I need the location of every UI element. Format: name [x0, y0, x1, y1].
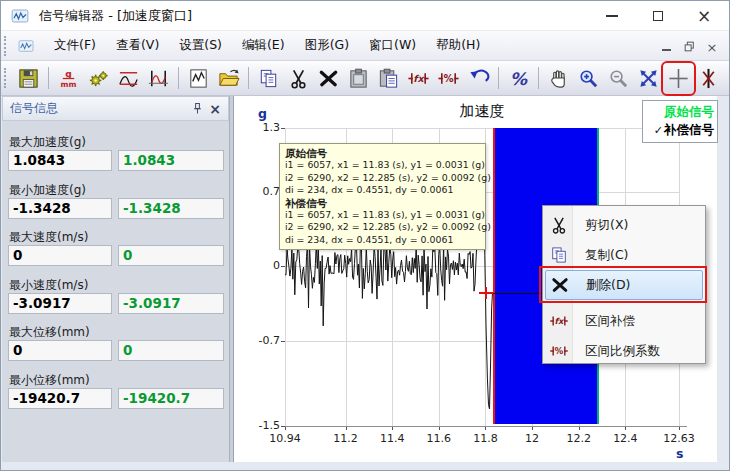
- toolbar-button-signal-chart[interactable]: [185, 65, 212, 92]
- mdi-controls: ×: [659, 31, 719, 61]
- field-value-compensated[interactable]: 0: [118, 245, 224, 266]
- curve-compensate-icon: [117, 67, 140, 90]
- toolbar-button-open[interactable]: [215, 65, 242, 92]
- field-value-original[interactable]: 0: [8, 340, 112, 361]
- context-menu-item-剪切[interactable]: 剪切(X): [545, 210, 703, 240]
- field-label: 最大位移(mm): [9, 324, 90, 341]
- maximize-button[interactable]: [635, 1, 681, 31]
- cut-icon: [549, 215, 569, 235]
- field-value-original[interactable]: -3.0917: [8, 293, 112, 314]
- toolbar-separator: [248, 67, 249, 89]
- toolbar-button-cut[interactable]: [285, 65, 312, 92]
- menu-查看[interactable]: 查看(V): [106, 32, 169, 59]
- toolbar-button-unit-g-mm[interactable]: [55, 65, 82, 92]
- undo-icon: [467, 67, 490, 90]
- context-menu-label: 剪切(X): [585, 217, 628, 234]
- field-value-compensated[interactable]: -19420.7: [118, 388, 224, 409]
- toolbar-button-peak-marker[interactable]: [695, 65, 722, 92]
- menus: 文件(F)查看(V)设置(S)编辑(E)图形(G)窗口(W)帮助(H): [44, 32, 490, 59]
- field-value-original[interactable]: 0: [8, 245, 112, 266]
- menubar-grip[interactable]: [4, 36, 9, 56]
- toolbar-button-interval-scale[interactable]: [435, 65, 462, 92]
- toolbar-button-save[interactable]: [15, 65, 42, 92]
- legend-entry-original[interactable]: 原始信号: [646, 103, 714, 121]
- crosshair-icon: [667, 67, 690, 90]
- context-menu-label: 删除(D): [586, 277, 630, 294]
- interval-percent-icon: [549, 341, 569, 361]
- field-value-original[interactable]: 1.0843: [8, 150, 112, 171]
- context-menu-item-区间比例系数[interactable]: 区间比例系数: [545, 336, 703, 366]
- menu-帮助[interactable]: 帮助(H): [426, 32, 490, 59]
- zoom-out-icon: [607, 67, 630, 90]
- field-value-compensated[interactable]: -1.3428: [118, 198, 224, 219]
- menu-窗口[interactable]: 窗口(W): [359, 32, 426, 59]
- gears-icon: [87, 67, 110, 90]
- delete-icon: [317, 67, 340, 90]
- field-label: 最小位移(mm): [9, 372, 90, 389]
- toolbar-button-interval-compensate[interactable]: [405, 65, 432, 92]
- minimize-button[interactable]: [589, 1, 635, 31]
- menu-编辑[interactable]: 编辑(E): [232, 32, 295, 59]
- toolbar-button-undo[interactable]: [465, 65, 492, 92]
- mdi-restore-button[interactable]: [682, 39, 696, 53]
- interval-fx-icon: [407, 67, 430, 90]
- field-label: 最小速度(m/s): [9, 277, 88, 294]
- toolbar-button-delete[interactable]: [315, 65, 342, 92]
- context-menu-item-区间补偿[interactable]: 区间补偿: [545, 306, 703, 336]
- hand-icon: [547, 67, 570, 90]
- close-button[interactable]: ×: [681, 1, 727, 31]
- open-folder-icon: [217, 67, 240, 90]
- mdi-close-button[interactable]: ×: [705, 39, 719, 53]
- toolbar-button-zoom-out[interactable]: [605, 65, 632, 92]
- app-icon: [9, 7, 31, 25]
- field-label: 最大加速度(g): [9, 134, 86, 151]
- mdi-close-icon: ×: [707, 42, 718, 53]
- window-title: 信号编辑器 - [加速度窗口]: [39, 7, 192, 25]
- context-menu-label: 区间比例系数: [585, 343, 660, 360]
- signal-info-title: 信号信息: [10, 100, 188, 117]
- field-value-compensated[interactable]: 0: [118, 340, 224, 361]
- field-value-original[interactable]: -1.3428: [8, 198, 112, 219]
- cursor-crosshair-red-vertical: [485, 287, 487, 299]
- toolbar-grip[interactable]: [4, 68, 9, 88]
- maximize-icon: [653, 11, 663, 21]
- close-icon: ×: [697, 6, 711, 26]
- toolbar-button-curve-window[interactable]: [145, 65, 172, 92]
- panel-close-button[interactable]: ×: [206, 100, 224, 118]
- toolbar-button-curve-compensate[interactable]: [115, 65, 142, 92]
- copy-icon: [549, 245, 569, 265]
- field-value-original[interactable]: -19420.7: [8, 388, 112, 409]
- menu-图形[interactable]: 图形(G): [295, 32, 359, 59]
- tooltip-line: i2 = 6290, x2 = 12.285 (s), y2 = 0.0092 …: [285, 221, 480, 233]
- menu-bar: 文件(F)查看(V)设置(S)编辑(E)图形(G)窗口(W)帮助(H) ×: [1, 31, 729, 61]
- context-menu-item-删除[interactable]: 删除(D): [545, 270, 703, 300]
- toolbar-button-paste[interactable]: [345, 65, 372, 92]
- save-icon: [17, 67, 40, 90]
- legend-check-icon: ✓: [654, 124, 663, 137]
- menu-文件[interactable]: 文件(F): [44, 32, 106, 59]
- acceleration-chart[interactable]: 加速度 g s 10.9411.211.411.611.81212.212.41…: [233, 96, 718, 463]
- mdi-minimize-button[interactable]: [659, 39, 673, 53]
- toolbar-button-pan[interactable]: [545, 65, 572, 92]
- toolbar-button-zoom-fit[interactable]: [635, 65, 662, 92]
- context-menu-item-复制[interactable]: 复制(C): [545, 240, 703, 270]
- signal-info-header: 信号信息 ×: [2, 96, 229, 121]
- toolbar-button-crosshair[interactable]: [665, 65, 692, 92]
- toolbar-button-copy[interactable]: [255, 65, 282, 92]
- field-value-compensated[interactable]: -3.0917: [118, 293, 224, 314]
- menu-设置[interactable]: 设置(S): [169, 32, 232, 59]
- toolbar-separator: [178, 67, 179, 89]
- title-bar: 信号编辑器 - [加速度窗口] ×: [1, 1, 729, 31]
- field-value-compensated[interactable]: 1.0843: [118, 150, 224, 171]
- toolbar-button-process[interactable]: [85, 65, 112, 92]
- tooltip-line: di = 234, dx = 0.4551, dy = 0.0061: [285, 184, 480, 196]
- toolbar-button-percent[interactable]: [505, 65, 532, 92]
- tooltip-line: i1 = 6057, x1 = 11.83 (s), y1 = 0.0031 (…: [285, 159, 480, 171]
- pin-button[interactable]: [188, 100, 206, 118]
- mdi-document-icon[interactable]: [16, 38, 36, 54]
- toolbar-button-zoom-in[interactable]: [575, 65, 602, 92]
- legend-entry-compensated[interactable]: ✓补偿信号: [646, 121, 714, 140]
- toolbar-button-paste-special[interactable]: [375, 65, 402, 92]
- signal-chart-icon: [187, 67, 210, 90]
- signal-info-panel: 信号信息 × 最大加速度(g)1.08431.0843最小加速度(g)-1.34…: [2, 96, 230, 463]
